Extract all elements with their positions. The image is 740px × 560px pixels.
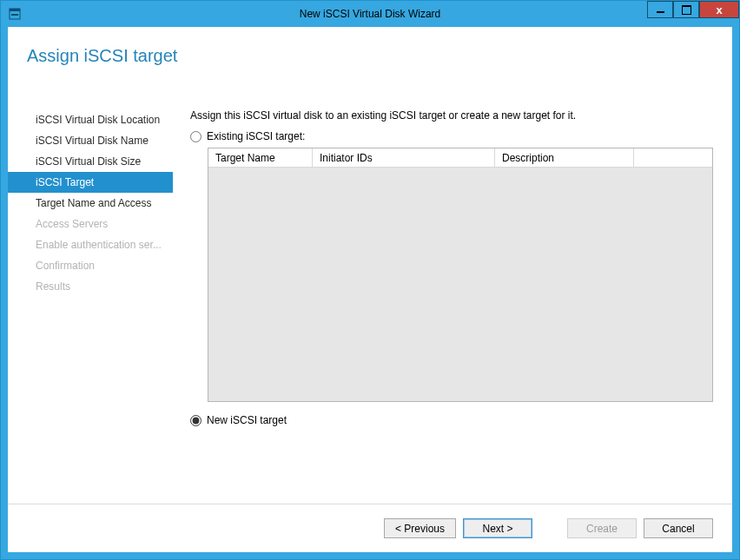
app-icon: [8, 7, 22, 21]
step-enable-authentication: Enable authentication ser...: [8, 234, 173, 255]
grid-col-target-name[interactable]: Target Name: [208, 148, 313, 167]
step-target-name-access[interactable]: Target Name and Access: [8, 193, 173, 214]
window-frame: New iSCSI Virtual Disk Wizard x Assign i…: [0, 0, 740, 560]
existing-target-label[interactable]: Existing iSCSI target:: [207, 130, 305, 142]
page-heading: Assign iSCSI target: [8, 27, 732, 66]
previous-button[interactable]: < Previous: [384, 518, 456, 538]
grid-header: Target Name Initiator IDs Description: [208, 148, 712, 168]
step-disk-name[interactable]: iSCSI Virtual Disk Name: [8, 130, 173, 151]
wizard-button-row: < Previous Next > Create Cancel: [8, 504, 732, 552]
existing-targets-grid: Target Name Initiator IDs Description: [208, 148, 713, 402]
step-disk-size[interactable]: iSCSI Virtual Disk Size: [8, 151, 173, 172]
new-target-radio-row[interactable]: New iSCSI target: [190, 414, 713, 426]
titlebar[interactable]: New iSCSI Virtual Disk Wizard x: [1, 1, 739, 27]
svg-rect-1: [10, 9, 20, 11]
wizard-body: iSCSI Virtual Disk Location iSCSI Virtua…: [8, 109, 732, 504]
svg-rect-2: [11, 14, 18, 16]
step-disk-location[interactable]: iSCSI Virtual Disk Location: [8, 109, 173, 130]
window-title: New iSCSI Virtual Disk Wizard: [1, 8, 739, 20]
new-target-radio[interactable]: [190, 415, 202, 426]
grid-col-spacer: [634, 148, 712, 167]
wizard-main-panel: Assign this iSCSI virtual disk to an exi…: [173, 109, 732, 504]
step-confirmation: Confirmation: [8, 255, 173, 276]
close-button[interactable]: x: [699, 1, 739, 18]
step-iscsi-target[interactable]: iSCSI Target: [8, 172, 173, 193]
wizard-steps-sidebar: iSCSI Virtual Disk Location iSCSI Virtua…: [8, 109, 173, 504]
existing-target-radio[interactable]: [190, 131, 202, 142]
instruction-text: Assign this iSCSI virtual disk to an exi…: [190, 109, 713, 122]
create-button: Create: [567, 518, 637, 538]
client-area: Assign iSCSI target iSCSI Virtual Disk L…: [8, 27, 732, 552]
next-button[interactable]: Next >: [463, 518, 532, 538]
maximize-button[interactable]: [673, 1, 699, 18]
step-results: Results: [8, 276, 173, 297]
grid-col-initiator-ids[interactable]: Initiator IDs: [313, 148, 495, 167]
grid-col-description[interactable]: Description: [495, 148, 634, 167]
existing-target-radio-row[interactable]: Existing iSCSI target:: [190, 130, 713, 142]
minimize-button[interactable]: [647, 1, 673, 18]
step-access-servers: Access Servers: [8, 214, 173, 234]
cancel-button[interactable]: Cancel: [644, 518, 713, 538]
window-controls: x: [647, 1, 739, 18]
new-target-label[interactable]: New iSCSI target: [207, 414, 287, 426]
grid-body-empty: [208, 168, 712, 401]
